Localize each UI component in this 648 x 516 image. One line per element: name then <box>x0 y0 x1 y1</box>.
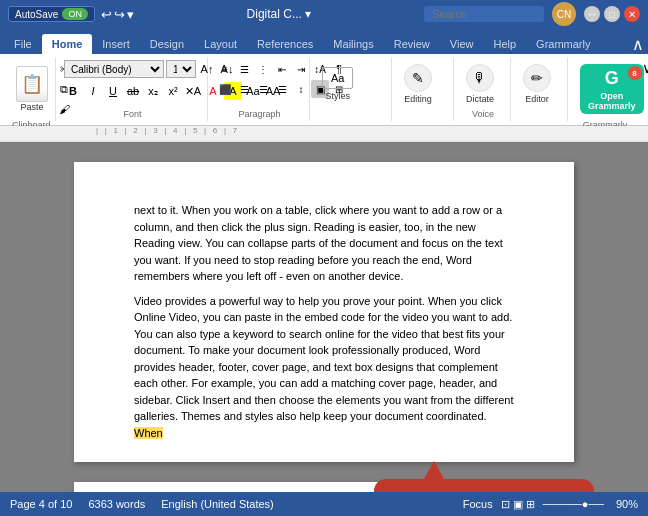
justify-button[interactable]: ☰ <box>273 80 291 98</box>
font-name-select[interactable]: Calibri (Body) <box>64 60 164 78</box>
autosave-toggle[interactable]: ON <box>62 8 88 20</box>
clear-formatting-button[interactable]: ✕A <box>184 82 202 100</box>
font-content: Calibri (Body) 11 A↑ A↓ B I U ab x₂ x² ✕… <box>64 60 201 107</box>
user-avatar[interactable]: CN <box>552 2 576 26</box>
grammarly-badge: 8 <box>628 66 642 80</box>
ribbon-tabs-bar: File Home Insert Design Layout Reference… <box>0 28 648 54</box>
strikethrough-button[interactable]: ab <box>124 82 142 100</box>
font-label: Font <box>64 107 201 119</box>
maximize-button[interactable]: □ <box>604 6 620 22</box>
italic-button[interactable]: I <box>84 82 102 100</box>
paste-icon: 📋 <box>16 66 48 102</box>
ribbon-collapse-button[interactable]: ∧ <box>632 35 644 54</box>
tab-review[interactable]: Review <box>384 34 440 54</box>
voice-label: Voice <box>462 107 504 119</box>
zoom-level[interactable]: 90% <box>616 498 638 510</box>
subscript-button[interactable]: x₂ <box>144 82 162 100</box>
editing-button[interactable]: ✎ Editing <box>400 62 436 106</box>
word-count: 6363 words <box>88 498 145 510</box>
undo-redo-group: ↩ ↪ ▾ <box>101 7 134 22</box>
autosave-badge[interactable]: AutoSave ON <box>8 6 95 22</box>
ribbon-group-clipboard: 📋 Paste ✂ ⧉ 🖌 Clipboard <box>6 58 56 121</box>
customize-button[interactable]: ▾ <box>127 7 134 22</box>
ribbon-group-styles: Aa Styles S <box>312 58 392 121</box>
tab-file[interactable]: File <box>4 34 42 54</box>
highlighted-word: When <box>134 427 163 439</box>
grammarly-icon: G <box>605 68 619 89</box>
tab-mailings[interactable]: Mailings <box>323 34 383 54</box>
view-icons: ⊡ ▣ ⊞ <box>501 498 535 511</box>
bold-button[interactable]: B <box>64 82 82 100</box>
status-left: Page 4 of 10 6363 words English (United … <box>10 498 274 510</box>
styles-button[interactable]: Aa Styles <box>318 65 357 103</box>
editing-label: Editing <box>404 94 432 104</box>
ribbon-content: 📋 Paste ✂ ⧉ 🖌 Clipboard Calibri (Body) 1… <box>0 54 648 126</box>
redo-button[interactable]: ↪ <box>114 7 125 22</box>
title-search-input[interactable] <box>424 6 544 22</box>
font-size-select[interactable]: 11 <box>166 60 196 78</box>
underline-button[interactable]: U <box>104 82 122 100</box>
callout-bubble: Press Del on your keyboard until the bla… <box>374 479 594 492</box>
editor-label: Editor <box>525 94 549 104</box>
ruler-inner: | | 1 | 2 | 3 | 4 | 5 | 6 | 7 <box>0 126 648 135</box>
undo-button[interactable]: ↩ <box>101 7 112 22</box>
paragraph-1: next to it. When you work on a table, cl… <box>134 202 514 285</box>
paste-label: Paste <box>20 102 43 112</box>
ribbon-group-font: Calibri (Body) 11 A↑ A↓ B I U ab x₂ x² ✕… <box>58 58 208 121</box>
titlebar-right: CN ─ □ ✕ <box>424 2 640 26</box>
tab-view[interactable]: View <box>440 34 484 54</box>
app-title: Digital C... ▾ <box>247 7 312 21</box>
tab-layout[interactable]: Layout <box>194 34 247 54</box>
paragraph-content: ≡ ☰ ⋮ ⇤ ⇥ ↕A ¶ ⬛ ☰ ☰ ☰ ↕ ▣ ⊞ <box>216 60 303 107</box>
document-page-4: next to it. When you work on a table, cl… <box>74 162 574 462</box>
tab-help[interactable]: Help <box>483 34 526 54</box>
align-center-button[interactable]: ☰ <box>235 80 253 98</box>
editing-content: ✎ Editing <box>400 60 447 107</box>
focus-button[interactable]: Focus <box>463 498 493 510</box>
titlebar-left: AutoSave ON ↩ ↪ ▾ <box>8 6 134 22</box>
grammarly-content: G OpenGrammarly 8 <box>576 60 634 118</box>
styles-preview: Aa <box>322 67 353 89</box>
page-info: Page 4 of 10 <box>10 498 72 510</box>
editor-content: ✏ Editor <box>519 60 561 107</box>
align-left-button[interactable]: ⬛ <box>216 80 234 98</box>
tab-references[interactable]: References <box>247 34 323 54</box>
tab-home[interactable]: Home <box>42 34 93 54</box>
document-area[interactable]: next to it. When you work on a table, cl… <box>0 142 648 492</box>
numbering-button[interactable]: ☰ <box>235 60 253 78</box>
styles-content: Aa Styles <box>318 60 385 107</box>
styles-label: Styles <box>325 91 350 101</box>
superscript-button[interactable]: x² <box>164 82 182 100</box>
editing-icon: ✎ <box>404 64 432 92</box>
line-spacing-button[interactable]: ↕ <box>292 80 310 98</box>
ribbon-tabs: File Home Insert Design Layout Reference… <box>0 28 648 54</box>
decrease-indent-button[interactable]: ⇤ <box>273 60 291 78</box>
close-button[interactable]: ✕ <box>624 6 640 22</box>
ruler: | | 1 | 2 | 3 | 4 | 5 | 6 | 7 <box>0 126 648 142</box>
status-right: Focus ⊡ ▣ ⊞ ─────●── 90% <box>463 498 638 511</box>
ribbon-group-grammarly: G OpenGrammarly 8 Grammarly <box>570 58 640 121</box>
minimize-button[interactable]: ─ <box>584 6 600 22</box>
tab-design[interactable]: Design <box>140 34 194 54</box>
editor-button[interactable]: ✏ Editor <box>519 62 555 106</box>
multilevel-button[interactable]: ⋮ <box>254 60 272 78</box>
autosave-label: AutoSave <box>15 9 58 20</box>
document-text: next to it. When you work on a table, cl… <box>134 202 514 441</box>
align-right-button[interactable]: ☰ <box>254 80 272 98</box>
paragraph-label: Paragraph <box>216 107 303 119</box>
tab-insert[interactable]: Insert <box>92 34 140 54</box>
ribbon-group-editing: ✎ Editing E <box>394 58 454 121</box>
voice-content: 🎙 Dictate <box>462 60 504 107</box>
open-grammarly-button[interactable]: G OpenGrammarly 8 <box>580 64 644 114</box>
window-controls: ─ □ ✕ <box>584 6 640 22</box>
editor-icon: ✏ <box>523 64 551 92</box>
increase-indent-button[interactable]: ⇥ <box>292 60 310 78</box>
dictate-button[interactable]: 🎙 Dictate <box>462 62 498 106</box>
titlebar: AutoSave ON ↩ ↪ ▾ Digital C... ▾ CN ─ □ … <box>0 0 648 28</box>
tab-grammarly[interactable]: Grammarly <box>526 34 600 54</box>
zoom-slider-area[interactable]: ─────●── <box>543 498 604 510</box>
paste-button[interactable]: 📋 Paste <box>12 64 52 114</box>
ribbon-group-editor: ✏ Editor E <box>513 58 568 121</box>
paragraph-2: Video provides a powerful way to help yo… <box>134 293 514 442</box>
bullets-button[interactable]: ≡ <box>216 60 234 78</box>
